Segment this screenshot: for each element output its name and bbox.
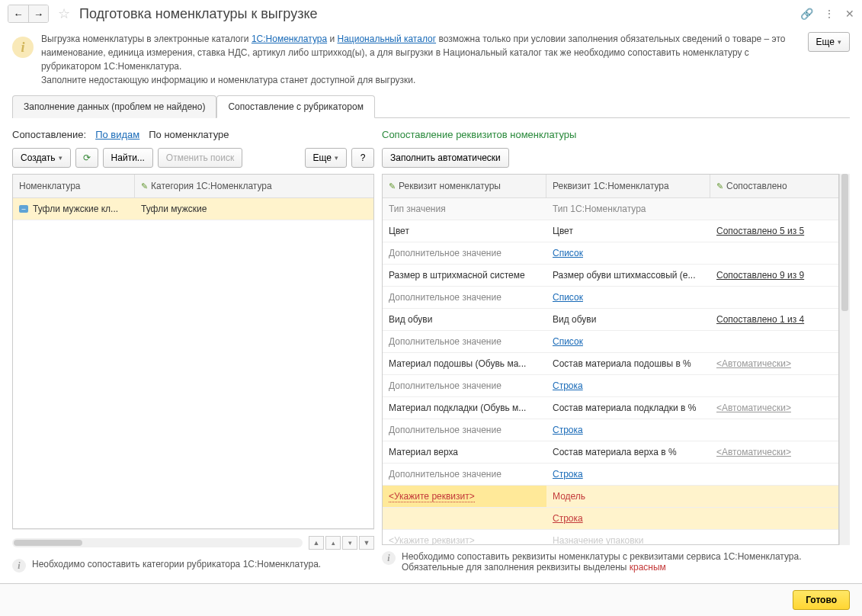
filter-by-types[interactable]: По видам xyxy=(95,129,139,140)
close-icon[interactable]: ✕ xyxy=(845,8,854,20)
left-footer-text: Необходимо сопоставить категории рубрика… xyxy=(32,559,321,569)
table-row[interactable]: Материал подкладки (Обувь м...Состав мат… xyxy=(383,397,838,419)
table-row-empty[interactable]: <Укажите реквизит>Модель xyxy=(383,486,838,508)
auto-fill-button[interactable]: Заполнить автоматически xyxy=(382,148,509,168)
link-icon[interactable]: 🔗 xyxy=(800,8,813,20)
nav-buttons: ← → xyxy=(8,5,49,23)
info-icon: i xyxy=(12,37,34,58)
link-1c-nomen[interactable]: 1С:Номенклатура xyxy=(252,34,327,44)
tab-mapping[interactable]: Сопоставление с рубрикатором xyxy=(216,95,374,118)
refresh-button[interactable]: ⟳ xyxy=(75,148,98,168)
cancel-search-button[interactable]: Отменить поиск xyxy=(158,148,242,168)
table-sub-row: Дополнительное значениеСписок xyxy=(383,242,838,265)
table-row[interactable]: –Туфли мужские кл... Туфли мужские xyxy=(13,198,373,220)
type-link[interactable]: Строка xyxy=(546,375,710,396)
type-link[interactable]: Список xyxy=(546,242,710,264)
v-scrollbar[interactable] xyxy=(839,174,850,545)
scroll-up-icon[interactable]: ▴ xyxy=(325,536,341,550)
pencil-icon: ✎ xyxy=(141,181,148,191)
sub-header-1c-type: Тип 1С:Номенклатура xyxy=(546,198,710,220)
col-mapped[interactable]: ✎Сопоставлено xyxy=(710,175,838,197)
filter-label: Сопоставление: xyxy=(12,129,86,140)
info-small-icon: i xyxy=(382,551,396,565)
table-sub-row: Дополнительное значениеСписок xyxy=(383,331,838,353)
h-scrollbar[interactable] xyxy=(12,538,303,547)
col-req-nomen[interactable]: ✎Реквизит номенклатуры xyxy=(383,175,546,197)
col-nomenclature[interactable]: Номенклатура xyxy=(13,175,135,197)
col-category[interactable]: ✎Категория 1С:Номенклатура xyxy=(135,175,373,197)
scroll-bottom-icon[interactable]: ▼ xyxy=(359,536,374,550)
mapped-link[interactable]: <Автоматически> xyxy=(716,403,791,413)
more-button-top[interactable]: Еще xyxy=(808,32,850,52)
more-button-left[interactable]: Еще xyxy=(305,148,347,168)
col-req-1c[interactable]: Реквизит 1С:Номенклатура xyxy=(546,175,710,197)
table-row[interactable]: Материал подошвы (Обувь ма...Состав мате… xyxy=(383,353,838,375)
scroll-down-icon[interactable]: ▾ xyxy=(342,536,357,550)
table-sub-row: Строка xyxy=(383,508,838,530)
tab-data-fill[interactable]: Заполнение данных (проблем не найдено) xyxy=(12,95,216,118)
info-text: Выгрузка номенклатуры в электронные ката… xyxy=(41,32,800,87)
table-row[interactable]: ЦветЦветСопоставлено 5 из 5 xyxy=(383,220,838,242)
sub-header-type: Тип значения xyxy=(383,198,546,220)
page-title: Подготовка номенклатуры к выгрузке xyxy=(79,6,794,22)
pencil-icon: ✎ xyxy=(716,181,723,191)
forward-button[interactable]: → xyxy=(28,5,48,22)
back-button[interactable]: ← xyxy=(8,5,28,22)
help-button[interactable]: ? xyxy=(351,148,374,168)
pencil-icon: ✎ xyxy=(389,181,396,191)
right-footer-text: Необходимо сопоставить реквизиты номенкл… xyxy=(402,551,850,573)
mapped-link[interactable]: <Автоматически> xyxy=(716,358,791,369)
favorite-icon[interactable]: ☆ xyxy=(58,5,70,22)
filter-by-nomen[interactable]: По номенклатуре xyxy=(149,129,229,140)
table-sub-row: Дополнительное значениеСписок xyxy=(383,287,838,309)
mapped-link[interactable]: Сопоставлено 1 из 4 xyxy=(716,314,804,325)
type-link[interactable]: Строка xyxy=(546,464,710,485)
kebab-menu-icon[interactable]: ⋮ xyxy=(824,8,835,20)
type-link[interactable]: Список xyxy=(546,287,710,308)
type-link[interactable]: Строка xyxy=(546,508,710,529)
find-button[interactable]: Найти... xyxy=(103,148,153,168)
create-button[interactable]: Создать xyxy=(12,148,71,168)
mapped-link[interactable]: <Автоматически> xyxy=(716,447,791,457)
link-nat-catalog[interactable]: Национальный каталог xyxy=(337,34,436,44)
done-button[interactable]: Готово xyxy=(793,590,850,610)
type-link[interactable]: Строка xyxy=(546,419,710,441)
collapse-icon[interactable]: – xyxy=(19,205,28,213)
table-sub-row: Дополнительное значениеСтрока xyxy=(383,464,838,486)
table-row[interactable]: Вид обувиВид обувиСопоставлено 1 из 4 xyxy=(383,309,838,331)
type-link[interactable]: Список xyxy=(546,331,710,352)
table-row-hint[interactable]: <Укажите реквизит>Назначение упаковки xyxy=(383,530,838,544)
mapped-link[interactable]: Сопоставлено 5 из 5 xyxy=(716,226,804,236)
table-row[interactable]: Материал верхаСостав материала верха в %… xyxy=(383,441,838,464)
scroll-top-icon[interactable]: ▲ xyxy=(309,536,324,550)
table-sub-row: Дополнительное значениеСтрока xyxy=(383,419,838,441)
mapped-link[interactable]: Сопоставлено 9 из 9 xyxy=(716,270,804,281)
specify-req-link[interactable]: <Укажите реквизит> xyxy=(389,491,475,502)
table-row[interactable]: Размер в штрихмасной системеРазмер обуви… xyxy=(383,265,838,287)
info-small-icon: i xyxy=(12,559,26,573)
right-title: Сопоставление реквизитов номенклатуры xyxy=(382,126,850,148)
table-sub-row: Дополнительное значениеСтрока xyxy=(383,375,838,397)
